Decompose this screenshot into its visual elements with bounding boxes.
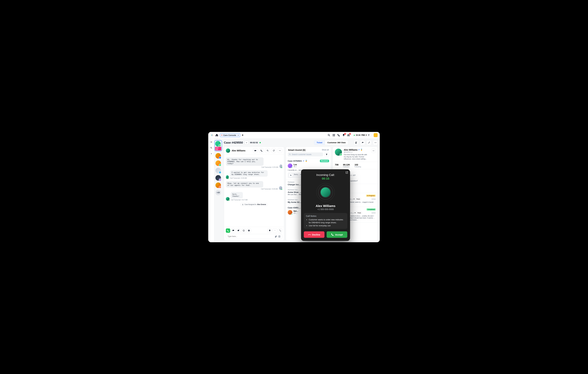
show-all-link[interactable]: Show all: [322, 149, 329, 151]
video-icon[interactable]: [253, 148, 258, 153]
popout-icon[interactable]: [346, 171, 348, 174]
reply-button[interactable]: Reply: [357, 212, 362, 214]
tab-care-console[interactable]: ♥ Care Console ×: [220, 133, 240, 137]
customer-avatar: [226, 175, 229, 179]
notif-badge: 8: [344, 133, 346, 135]
whatsapp-icon: [340, 153, 342, 156]
magic-icon[interactable]: [367, 140, 371, 145]
assign-name: Alex Greene: [257, 204, 266, 205]
people-icon[interactable]: 8: [347, 134, 350, 137]
expand-icon[interactable]: [209, 151, 213, 156]
stat-label: Following: [355, 166, 361, 168]
search-icon[interactable]: [327, 134, 330, 137]
call-icon[interactable]: [259, 148, 264, 153]
customer-name: Alex Williams: [232, 150, 245, 152]
smart-article-title: Acme Shoe …: [288, 191, 301, 193]
rail-search-icon[interactable]: [209, 146, 213, 150]
accept-button[interactable]: Accept: [327, 231, 347, 238]
decline-button[interactable]: Decline: [304, 231, 325, 238]
message-meta: Call Transcript • 9:26 AM: [226, 188, 278, 190]
chat-more-icon[interactable]: [278, 148, 282, 153]
case-timer: 00:02:52: [250, 141, 258, 144]
message-input-wrap: [226, 234, 282, 239]
svg-rect-17: [254, 150, 256, 151]
smart-search-input[interactable]: Search customer issues: [288, 152, 323, 156]
reply-arrow-icon[interactable]: [289, 173, 293, 177]
channel-twitter-icon[interactable]: [236, 228, 241, 233]
channel-facebook-icon[interactable]: [247, 228, 251, 233]
share-icon[interactable]: [360, 140, 365, 145]
queue-item-4[interactable]: ✉: [215, 168, 221, 173]
queue-more[interactable]: +20: [215, 190, 221, 195]
message: I wanted to get new midsoles for my DIBA…: [226, 170, 282, 179]
message-input[interactable]: [228, 235, 275, 237]
svg-point-27: [289, 154, 290, 155]
people-badge: 8: [349, 133, 351, 135]
queue-item-3[interactable]: [215, 160, 221, 166]
message-text: I wanted to get new midsoles for my DIBA…: [230, 170, 268, 177]
smart-article-title: My Acme S2…: [288, 201, 301, 203]
notifications-icon[interactable]: 8: [342, 134, 345, 137]
svg-rect-4: [333, 134, 334, 135]
bulb-icon[interactable]: [268, 228, 272, 233]
messenger-icon: ✉: [219, 171, 221, 174]
call-note: Use full for everyday use: [309, 224, 345, 227]
profile-name: Alex Williams: [344, 149, 357, 151]
message: Sure, thanks!Call Transcript • 9:27 AM: [226, 192, 282, 201]
award-icon: 🏅: [360, 149, 363, 151]
sprinklr-icon[interactable]: [273, 228, 277, 233]
svg-point-8: [347, 134, 348, 135]
agent-avatar: [279, 186, 282, 190]
app-logo: [210, 133, 214, 137]
close-tab-icon[interactable]: ×: [238, 134, 239, 136]
message-text: Hi, thanks for reaching out to DIBABAS. …: [226, 157, 263, 166]
add-tab-button[interactable]: +: [242, 133, 244, 137]
smart-case-id: Case #3784921: [288, 160, 302, 162]
queue-item-2[interactable]: f: [215, 153, 221, 159]
status-time: 15:34: [356, 134, 360, 136]
svg-point-16: [376, 142, 376, 143]
channel-call-icon[interactable]: [226, 228, 230, 233]
phone-icon[interactable]: [337, 134, 340, 137]
refresh-icon[interactable]: [272, 148, 276, 153]
apps-grid-icon[interactable]: [332, 134, 335, 137]
profile-more-icon[interactable]: [371, 149, 376, 153]
case-dropdown[interactable]: [244, 141, 249, 145]
status-pill[interactable]: 15:34 PBK 3: [352, 133, 371, 137]
smart-user-name: Nol…: [294, 210, 298, 212]
assign-user-icon[interactable]: [354, 140, 359, 145]
notes-icon[interactable]: [278, 235, 281, 238]
viber-icon: ☎: [219, 179, 221, 181]
home-icon[interactable]: [215, 134, 218, 137]
channel-chat-icon[interactable]: [231, 228, 235, 233]
svg-point-29: [373, 150, 373, 151]
menu-icon[interactable]: [209, 140, 213, 144]
svg-point-21: [280, 150, 280, 151]
smart-user-handle: @l_t: [294, 166, 297, 167]
composer: [224, 227, 284, 241]
channel-whatsapp-icon[interactable]: [242, 228, 246, 233]
svg-line-12: [211, 148, 212, 149]
tab-label: Care Console: [223, 134, 236, 136]
svg-rect-7: [334, 135, 335, 136]
tab-ticket[interactable]: Ticket: [314, 140, 325, 145]
reply-button[interactable]: Reply: [355, 198, 361, 200]
smart-user-name: Lua: [294, 163, 297, 166]
attach-icon[interactable]: [275, 235, 277, 238]
tab-customer-360[interactable]: Customer 360 View: [325, 140, 348, 145]
svg-point-20: [279, 150, 279, 151]
online-dot: [354, 135, 355, 136]
svg-rect-6: [333, 135, 334, 136]
queue-item-6[interactable]: ◉: [215, 182, 221, 188]
decline-label: Decline: [312, 233, 320, 236]
user-avatar[interactable]: [374, 133, 378, 137]
queue-item-1[interactable]: 10m 32s: [214, 140, 222, 151]
more-icon[interactable]: [373, 140, 378, 145]
expand-icon[interactable]: [278, 228, 282, 233]
svg-point-23: [242, 204, 243, 204]
caller-phone: +1 555-555-5555: [304, 208, 347, 211]
queue-item-5[interactable]: ☎: [215, 175, 221, 181]
chat-search-icon[interactable]: [265, 148, 270, 153]
assign-prefix: Case Assigned to: [244, 204, 256, 205]
filter-icon[interactable]: [324, 152, 329, 156]
